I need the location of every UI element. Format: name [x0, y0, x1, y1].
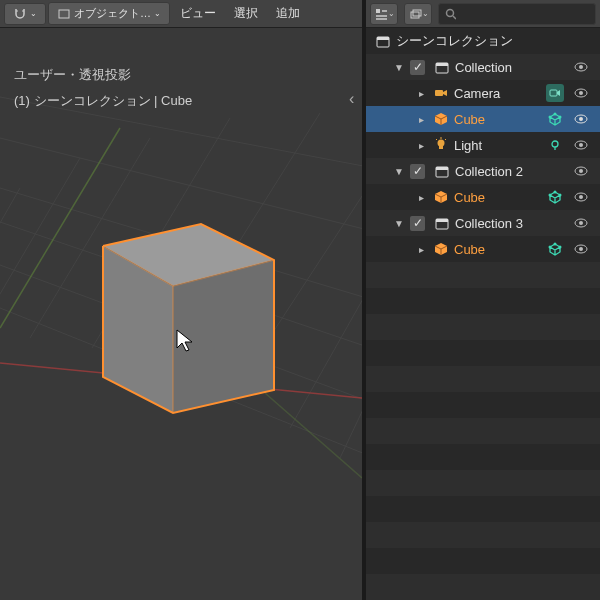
outliner-panel: ⌄ ⌄ シーンコレクション ▼ ✓: [366, 0, 600, 600]
mouse-cursor-icon: [175, 328, 195, 354]
cube-label: Cube: [454, 190, 546, 205]
visibility-toggle[interactable]: [572, 240, 590, 258]
tree-row-collection[interactable]: ▼ ✓ Collection: [366, 54, 600, 80]
tree-row-empty: [366, 366, 600, 392]
expand-toggle[interactable]: ▸: [414, 244, 428, 255]
expand-toggle[interactable]: ▸: [414, 140, 428, 151]
viewport-panel: ⌄ オブジェクト… ⌄ ビュー 選択 追加: [0, 0, 362, 600]
svg-point-43: [579, 91, 583, 95]
mesh-data-icon[interactable]: [546, 110, 564, 128]
expand-toggle[interactable]: ▸: [414, 88, 428, 99]
svg-point-61: [579, 169, 583, 173]
mesh-icon: [432, 188, 450, 206]
tree-row-empty: [366, 392, 600, 418]
svg-rect-31: [413, 10, 421, 16]
svg-point-49: [438, 140, 445, 147]
viewport-overlay-info: ユーザー・透視投影 (1) シーンコレクション | Cube: [14, 64, 192, 112]
svg-point-44: [554, 113, 557, 116]
tree-row-empty: [366, 444, 600, 470]
tree-row-camera[interactable]: ▸ Camera: [366, 80, 600, 106]
outliner-search[interactable]: [438, 3, 596, 25]
collection-label: Collection: [455, 60, 572, 75]
scene-collection-icon: [374, 32, 392, 50]
search-input[interactable]: [460, 8, 589, 20]
visibility-toggle[interactable]: [572, 214, 590, 232]
cube-object: [103, 224, 274, 413]
svg-rect-50: [439, 146, 443, 149]
svg-rect-35: [377, 37, 389, 40]
tree-row-empty: [366, 262, 600, 288]
visibility-toggle[interactable]: [572, 188, 590, 206]
snap-dropdown[interactable]: ⌄: [4, 3, 46, 25]
tree-row-light[interactable]: ▸ Light: [366, 132, 600, 158]
svg-line-52: [436, 139, 437, 140]
tree-row-cube[interactable]: ▸ Cube: [366, 106, 600, 132]
cube-label: Cube: [454, 242, 546, 257]
expand-toggle[interactable]: ▼: [392, 218, 406, 229]
tree-row-cube[interactable]: ▸ Cube: [366, 184, 600, 210]
svg-line-3: [0, 188, 20, 328]
mesh-data-icon[interactable]: [546, 240, 564, 258]
collection-mode-dropdown[interactable]: ⌄: [404, 3, 432, 25]
svg-line-9: [290, 198, 362, 428]
camera-label: Camera: [454, 86, 546, 101]
svg-line-4: [0, 158, 80, 328]
visibility-toggle[interactable]: [572, 84, 590, 102]
svg-point-48: [579, 117, 583, 121]
expand-toggle[interactable]: ▼: [392, 62, 406, 73]
svg-point-57: [579, 143, 583, 147]
svg-point-45: [559, 116, 562, 119]
object-mode-icon: [57, 7, 71, 21]
add-menu[interactable]: 追加: [268, 2, 308, 25]
tree-row-collection[interactable]: ▼ ✓ Collection 2: [366, 158, 600, 184]
visibility-toggle[interactable]: [572, 136, 590, 154]
svg-point-62: [554, 191, 557, 194]
viewport-3d[interactable]: ユーザー・透視投影 (1) シーンコレクション | Cube ‹: [0, 28, 362, 600]
cube-label: Cube: [454, 112, 546, 127]
layers-icon: [408, 7, 422, 21]
mode-dropdown[interactable]: オブジェクト… ⌄: [48, 2, 170, 25]
svg-rect-37: [436, 63, 448, 66]
tree-row-empty: [366, 574, 600, 600]
mesh-data-icon[interactable]: [546, 188, 564, 206]
svg-point-73: [549, 246, 552, 249]
outliner-header: ⌄ ⌄: [366, 0, 600, 28]
select-menu[interactable]: 選択: [226, 2, 266, 25]
tree-row-empty: [366, 314, 600, 340]
camera-icon: [432, 84, 450, 102]
expand-toggle[interactable]: ▸: [414, 192, 428, 203]
tree-row-collection[interactable]: ▼ ✓ Collection 3: [366, 210, 600, 236]
chevron-down-icon: ⌄: [30, 9, 37, 18]
collection-icon: [433, 162, 451, 180]
visibility-toggle[interactable]: [572, 162, 590, 180]
context-label: (1) シーンコレクション | Cube: [14, 90, 192, 112]
visibility-toggle[interactable]: [572, 110, 590, 128]
tree-row-scene-collection[interactable]: シーンコレクション: [366, 28, 600, 54]
svg-point-64: [549, 194, 552, 197]
panel-collapse-icon[interactable]: ‹: [349, 90, 354, 108]
collection-checkbox[interactable]: ✓: [410, 164, 425, 179]
display-mode-dropdown[interactable]: ⌄: [370, 3, 398, 25]
svg-point-70: [579, 221, 583, 225]
tree-row-empty: [366, 418, 600, 444]
camera-data-icon[interactable]: [546, 84, 564, 102]
collection-checkbox[interactable]: ✓: [410, 216, 425, 231]
tree-row-empty: [366, 470, 600, 496]
expand-toggle[interactable]: ▸: [414, 114, 428, 125]
svg-rect-59: [436, 167, 448, 170]
tree-row-cube[interactable]: ▸ Cube: [366, 236, 600, 262]
svg-rect-26: [376, 9, 380, 13]
svg-line-19: [265, 393, 362, 478]
chevron-down-icon: ⌄: [422, 9, 429, 18]
collection-label: Collection 3: [455, 216, 572, 231]
view-menu[interactable]: ビュー: [172, 2, 224, 25]
tree-row-empty: [366, 340, 600, 366]
light-icon: [432, 136, 450, 154]
collection-checkbox[interactable]: ✓: [410, 60, 425, 75]
light-data-icon[interactable]: [546, 136, 564, 154]
tree-row-empty: [366, 496, 600, 522]
expand-toggle[interactable]: ▼: [392, 166, 406, 177]
svg-point-71: [554, 243, 557, 246]
svg-line-10: [340, 268, 362, 458]
visibility-toggle[interactable]: [572, 58, 590, 76]
